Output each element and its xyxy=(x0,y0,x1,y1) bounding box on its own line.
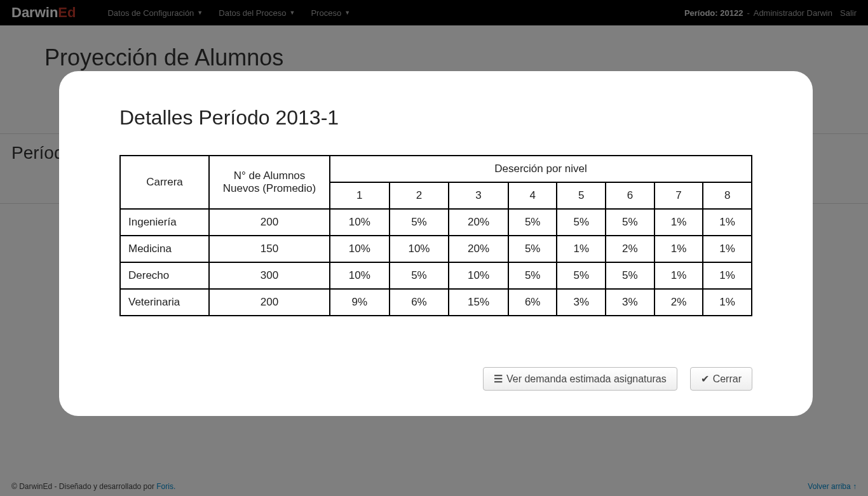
table-row: Derecho30010%5%10%5%5%5%1%1% xyxy=(120,262,752,289)
cell-desercion: 20% xyxy=(449,209,508,236)
cell-desercion: 5% xyxy=(508,262,557,289)
cell-desercion: 6% xyxy=(508,289,557,316)
button-label: Ver demanda estimada asignaturas xyxy=(506,373,667,385)
cell-nuevos: 300 xyxy=(209,262,330,289)
cell-desercion: 6% xyxy=(390,289,449,316)
cell-desercion: 5% xyxy=(557,262,606,289)
cell-desercion: 15% xyxy=(449,289,508,316)
modal-detalles-periodo: Detalles Período 2013-1 Carrera N° de Al… xyxy=(59,71,813,416)
cell-desercion: 10% xyxy=(330,262,390,289)
button-label: Cerrar xyxy=(713,373,742,385)
cell-desercion: 5% xyxy=(606,209,654,236)
cell-carrera: Derecho xyxy=(120,262,209,289)
table-row: Ingeniería20010%5%20%5%5%5%1%1% xyxy=(120,209,752,236)
cell-desercion: 1% xyxy=(557,236,606,262)
level-col: 6 xyxy=(606,182,654,209)
level-col: 8 xyxy=(703,182,752,209)
modal-footer: Ver demanda estimada asignaturas Cerrar xyxy=(119,367,752,391)
cell-desercion: 10% xyxy=(449,262,508,289)
cell-desercion: 2% xyxy=(606,236,654,262)
cell-desercion: 9% xyxy=(330,289,390,316)
cell-desercion: 5% xyxy=(508,209,557,236)
col-carrera: Carrera xyxy=(120,156,209,209)
level-col: 1 xyxy=(330,182,390,209)
cell-desercion: 5% xyxy=(390,262,449,289)
cell-desercion: 5% xyxy=(557,209,606,236)
cell-desercion: 1% xyxy=(654,236,703,262)
list-icon xyxy=(494,373,503,385)
modal-title: Detalles Período 2013-1 xyxy=(119,106,752,130)
cell-desercion: 1% xyxy=(703,289,752,316)
level-col: 3 xyxy=(449,182,508,209)
cell-nuevos: 200 xyxy=(209,209,330,236)
cell-desercion: 2% xyxy=(654,289,703,316)
table-row: Medicina15010%10%20%5%1%2%1%1% xyxy=(120,236,752,262)
cell-desercion: 1% xyxy=(654,209,703,236)
cell-desercion: 10% xyxy=(390,236,449,262)
cell-desercion: 10% xyxy=(330,209,390,236)
cell-desercion: 10% xyxy=(330,236,390,262)
cell-desercion: 1% xyxy=(654,262,703,289)
level-col: 5 xyxy=(557,182,606,209)
cell-desercion: 1% xyxy=(703,262,752,289)
cell-desercion: 1% xyxy=(703,209,752,236)
cell-desercion: 5% xyxy=(606,262,654,289)
cell-desercion: 3% xyxy=(557,289,606,316)
table-row: Veterinaria2009%6%15%6%3%3%2%1% xyxy=(120,289,752,316)
ver-demanda-button[interactable]: Ver demanda estimada asignaturas xyxy=(483,367,677,391)
cell-carrera: Veterinaria xyxy=(120,289,209,316)
check-icon xyxy=(701,373,709,385)
cell-desercion: 3% xyxy=(606,289,654,316)
level-col: 4 xyxy=(508,182,557,209)
level-col: 2 xyxy=(390,182,449,209)
cell-desercion: 1% xyxy=(703,236,752,262)
cell-nuevos: 150 xyxy=(209,236,330,262)
cell-carrera: Medicina xyxy=(120,236,209,262)
cerrar-button[interactable]: Cerrar xyxy=(690,367,752,391)
col-nuevos: N° de Alumnos Nuevos (Promedio) xyxy=(209,156,330,209)
desercion-table: Carrera N° de Alumnos Nuevos (Promedio) … xyxy=(119,155,752,316)
cell-desercion: 5% xyxy=(390,209,449,236)
cell-desercion: 5% xyxy=(508,236,557,262)
cell-carrera: Ingeniería xyxy=(120,209,209,236)
cell-nuevos: 200 xyxy=(209,289,330,316)
cell-desercion: 20% xyxy=(449,236,508,262)
col-desercion: Deserción por nivel xyxy=(330,156,752,182)
level-col: 7 xyxy=(654,182,703,209)
